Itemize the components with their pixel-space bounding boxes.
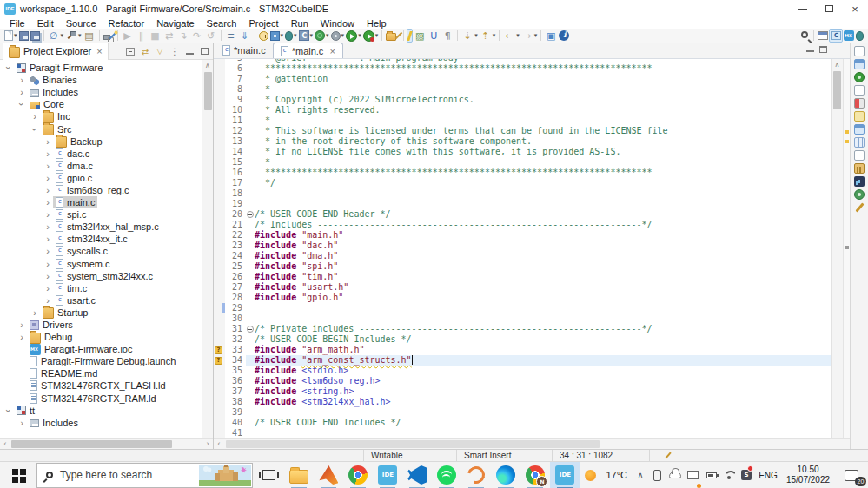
tree-expand-arrow-icon[interactable]: › bbox=[30, 307, 40, 318]
code-line-16[interactable]: 16 *************************************… bbox=[214, 168, 831, 178]
minimized-view-10-icon[interactable] bbox=[854, 163, 865, 174]
tree-item-dac-c[interactable]: ›dac.c bbox=[0, 148, 213, 160]
dropdown-caret-icon[interactable]: ▾ bbox=[61, 32, 64, 39]
minimized-view-6-icon[interactable] bbox=[854, 111, 865, 122]
scroll-right-arrow[interactable]: › bbox=[202, 439, 213, 449]
build-button[interactable]: ▾ bbox=[64, 29, 83, 43]
tree-item-main-c[interactable]: ›main.c bbox=[0, 196, 213, 208]
new-connection-button[interactable] bbox=[103, 29, 111, 43]
dropdown-caret-icon[interactable]: ▾ bbox=[534, 32, 538, 39]
scrollbar-up-arrow[interactable]: ∧ bbox=[832, 61, 843, 69]
annotate-button[interactable] bbox=[397, 29, 401, 43]
minimized-view-11-icon[interactable] bbox=[854, 176, 865, 187]
code-line-8[interactable]: 8 * bbox=[214, 84, 831, 95]
perspective-cpp-button[interactable] bbox=[829, 29, 843, 43]
close-view-icon[interactable]: × bbox=[96, 46, 102, 56]
filter-icon[interactable]: ▽ bbox=[155, 46, 165, 56]
code-line-40[interactable]: 40/* USER CODE END Includes */ bbox=[214, 418, 831, 428]
new-wizard-button[interactable]: ▾ bbox=[3, 29, 18, 43]
tree-expand-arrow-icon[interactable]: › bbox=[43, 161, 53, 171]
matlab-button[interactable] bbox=[314, 462, 343, 488]
scrollbar-thumb[interactable] bbox=[204, 72, 212, 110]
code-line-37[interactable]: 37#include <string.h> bbox=[214, 386, 831, 397]
battery-icon[interactable] bbox=[702, 462, 720, 488]
tree-item-syscalls-c[interactable]: ›syscalls.c bbox=[0, 245, 213, 257]
tree-expand-arrow-icon[interactable]: › bbox=[17, 418, 27, 428]
chrome-profile-button[interactable] bbox=[520, 462, 550, 488]
tree-expand-arrow-icon[interactable]: › bbox=[43, 259, 53, 269]
code-line-14[interactable]: 14 * If no LICENSE file comes with this … bbox=[214, 147, 831, 157]
fold-collapse-icon[interactable] bbox=[247, 326, 254, 333]
perspective-debug-button[interactable] bbox=[855, 29, 865, 43]
menu-search[interactable]: Search bbox=[201, 18, 243, 29]
tree-item-dma-c[interactable]: ›dma.c bbox=[0, 160, 213, 172]
code-line-15[interactable]: 15 * bbox=[214, 157, 831, 168]
tree-expand-arrow-icon[interactable]: › bbox=[3, 406, 14, 416]
taskbar-search-box[interactable]: Type here to search bbox=[36, 463, 253, 488]
code-line-26[interactable]: 26#include "tim.h" bbox=[214, 272, 831, 282]
minimize-view-icon[interactable] bbox=[184, 46, 195, 56]
dropdown-caret-icon[interactable]: ▾ bbox=[375, 32, 379, 39]
scrollbar-thumb[interactable] bbox=[226, 440, 600, 448]
minimized-view-13-icon[interactable] bbox=[855, 202, 864, 212]
tree-item-usart-c[interactable]: ›usart.c bbox=[0, 294, 213, 307]
show-whitespace-button[interactable]: ¶ bbox=[441, 29, 454, 43]
next-edit-location-button[interactable]: ⇡▾ bbox=[479, 29, 497, 43]
tree-item-stm32l476rgtx-ram-ld[interactable]: STM32L476RGTX_RAM.ld bbox=[0, 392, 213, 405]
tree-expand-arrow-icon[interactable]: › bbox=[43, 221, 53, 232]
code-line-20[interactable]: 20/* USER CODE END Header */ bbox=[214, 209, 831, 220]
minimized-view-4-icon[interactable] bbox=[854, 85, 865, 96]
tree-expand-arrow-icon[interactable]: › bbox=[17, 87, 27, 97]
perspective-deviceconfig-button[interactable] bbox=[843, 29, 855, 43]
c-application-button[interactable]: ▾ bbox=[298, 29, 315, 43]
collapse-all-icon[interactable] bbox=[125, 46, 136, 56]
tree-expand-arrow-icon[interactable]: › bbox=[17, 332, 27, 342]
tree-item-gpio-c[interactable]: ›gpio.c bbox=[0, 172, 213, 184]
forward-button[interactable]: ⇢▾ bbox=[520, 29, 539, 43]
skip-breakpoints-button[interactable]: ∅▾ bbox=[47, 29, 65, 43]
code-line-17[interactable]: 17 */ bbox=[214, 178, 831, 188]
resume-button[interactable]: ▶ bbox=[121, 29, 135, 43]
explorer-vertical-scrollbar[interactable]: ∧ bbox=[202, 60, 213, 438]
weather-icon[interactable] bbox=[580, 462, 600, 488]
code-line-29[interactable]: 29 bbox=[214, 303, 831, 313]
tree-item-spi-c[interactable]: ›spi.c bbox=[0, 208, 213, 221]
editor-horizontal-scrollbar[interactable]: ‹ bbox=[214, 438, 850, 449]
tree-item-paragit-firmware-ioc[interactable]: Paragit-Firmware.ioc bbox=[0, 343, 213, 355]
code-line-24[interactable]: 24#include "dma.h" bbox=[214, 251, 831, 261]
menu-run[interactable]: Run bbox=[285, 18, 315, 29]
code-line-28[interactable]: 28#include "gpio.h" bbox=[214, 293, 831, 303]
tree-expand-arrow-icon[interactable]: › bbox=[43, 234, 53, 244]
code-line-32[interactable]: 32/* USER CODE BEGIN Includes */ bbox=[214, 334, 831, 345]
tree-item-core[interactable]: ›Core bbox=[0, 98, 213, 110]
tree-expand-arrow-icon[interactable]: › bbox=[43, 173, 53, 183]
profile-button[interactable] bbox=[258, 29, 269, 43]
build-all-button[interactable]: ▤ bbox=[83, 29, 96, 43]
code-line-10[interactable]: 10 * All rights reserved. bbox=[214, 105, 831, 115]
close-tab-icon[interactable]: × bbox=[329, 46, 335, 56]
back-button[interactable]: ⇠▾ bbox=[502, 29, 520, 43]
minimized-view-9-icon[interactable] bbox=[854, 150, 865, 161]
code-line-38[interactable]: 38#include <stm32l4xx_hal.h> bbox=[214, 397, 831, 407]
onedrive-icon[interactable] bbox=[666, 462, 684, 488]
coverage-button[interactable]: ▾ bbox=[314, 29, 330, 43]
tree-expand-arrow-icon[interactable]: › bbox=[43, 271, 53, 281]
minimized-view-12-icon[interactable] bbox=[854, 189, 865, 200]
explorer-horizontal-scrollbar[interactable]: ‹ › bbox=[0, 438, 213, 449]
view-menu-icon[interactable]: ⋮ bbox=[169, 46, 180, 56]
cubeide-button[interactable] bbox=[373, 462, 402, 488]
code-line-18[interactable]: 18 bbox=[214, 188, 831, 199]
code-line-25[interactable]: 25#include "spi.h" bbox=[214, 261, 831, 272]
edge-button[interactable] bbox=[491, 462, 520, 488]
code-line-27[interactable]: 27#include "usart.h" bbox=[214, 282, 831, 293]
suspend-button[interactable]: ‖ bbox=[135, 29, 149, 43]
flash-program-button[interactable]: ⇓ bbox=[238, 29, 252, 43]
code-line-21[interactable]: 21/* Includes --------------------------… bbox=[214, 220, 831, 230]
tree-item-includes[interactable]: ›Includes bbox=[0, 86, 213, 98]
fold-collapse-icon[interactable] bbox=[247, 211, 254, 218]
tree-item-debug[interactable]: ›Debug bbox=[0, 331, 213, 343]
tree-item-tt[interactable]: ›tt bbox=[0, 405, 213, 417]
tree-expand-arrow-icon[interactable]: › bbox=[43, 209, 53, 220]
file-explorer-button[interactable] bbox=[284, 462, 314, 488]
close-button[interactable]: × bbox=[842, 0, 868, 17]
